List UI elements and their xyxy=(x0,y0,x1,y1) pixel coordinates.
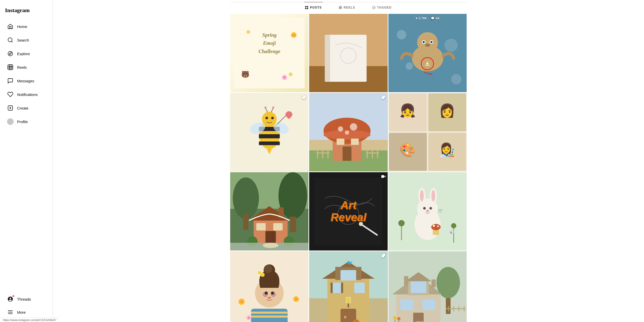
svg-point-2 xyxy=(8,51,13,56)
post-1[interactable]: Spring Emoji Challenge 🐻 🌸 🌼 ♥ 1,240💬 32 xyxy=(230,14,308,92)
sidebar-item-notifications-label: Notifications xyxy=(17,92,38,97)
sidebar-item-threads[interactable]: Threads xyxy=(2,293,51,305)
post-7[interactable]: ♥ 4,500💬 102 xyxy=(230,172,308,251)
svg-marker-3 xyxy=(9,53,11,55)
more-icon xyxy=(7,309,14,315)
sidebar-item-profile-label: Profile xyxy=(17,120,28,124)
post-6[interactable]: 👧 👩 🎨 👩‍🎨 ♥ 1,560💬 37 xyxy=(388,93,467,171)
sidebar-item-explore-label: Explore xyxy=(17,52,30,56)
sidebar-item-threads-label: Threads xyxy=(17,297,31,301)
svg-line-1 xyxy=(12,41,13,42)
post-8[interactable]: ArtReveal ♥ 6,800💬 220 xyxy=(309,172,387,251)
search-icon xyxy=(7,37,14,43)
post-12[interactable]: ♥ 2,230💬 48 xyxy=(388,251,467,322)
sidebar-item-profile[interactable]: Profile xyxy=(2,115,51,128)
post-10[interactable]: 🌼 🌼 🌸 ♥ 1,890💬 54 xyxy=(230,251,308,322)
reels-icon xyxy=(7,64,14,70)
profile-avatar xyxy=(7,118,14,125)
svg-point-0 xyxy=(8,38,12,42)
instagram-logo[interactable]: Instagram xyxy=(0,3,53,20)
home-icon xyxy=(7,23,14,30)
tab-posts[interactable]: POSTS xyxy=(304,2,323,13)
sidebar-item-home-label: Home xyxy=(17,24,27,29)
profile-tabs: POSTS REELS TAGGED xyxy=(230,2,467,13)
post-5[interactable]: ♥ 2,100💬 45 xyxy=(309,93,387,171)
tab-posts-label: POSTS xyxy=(310,6,322,9)
create-icon xyxy=(7,105,14,111)
sidebar-item-messages-label: Messages xyxy=(17,79,34,83)
sidebar-item-messages[interactable]: Messages xyxy=(2,75,51,87)
threads-notification-badge xyxy=(12,295,15,297)
sidebar-item-search-label: Search xyxy=(17,38,29,42)
posts-grid: Spring Emoji Challenge 🐻 🌸 🌼 ♥ 1,240💬 32 xyxy=(230,14,467,322)
tab-tagged[interactable]: TAGGED xyxy=(371,2,393,13)
post-2[interactable]: ♥ 890💬 15 xyxy=(309,14,387,92)
sidebar-item-create-label: Create xyxy=(17,106,28,110)
tab-reels-label: REELS xyxy=(344,6,355,9)
post-4[interactable]: ♥ 3,200💬 88 xyxy=(230,93,308,171)
sidebar: Instagram Home Search Explore Reels Mess… xyxy=(0,0,53,322)
sidebar-item-more-label: More xyxy=(17,310,26,314)
notifications-icon xyxy=(7,91,14,98)
sidebar-item-notifications[interactable]: Notifications xyxy=(2,88,51,101)
svg-rect-15 xyxy=(339,6,342,9)
post-9[interactable]: ♡ ♥ 2,980💬 71 xyxy=(388,172,467,251)
svg-rect-20 xyxy=(373,6,375,9)
sidebar-item-explore[interactable]: Explore xyxy=(2,47,51,60)
sidebar-item-more[interactable]: More xyxy=(2,306,51,318)
sidebar-item-search[interactable]: Search xyxy=(2,34,51,46)
post-3[interactable]: ♥ 2,786 💬 64 ♥ 2,786💬 64 xyxy=(388,14,467,92)
messages-icon xyxy=(7,78,14,84)
tab-tagged-label: TAGGED xyxy=(377,6,392,9)
threads-icon xyxy=(7,296,14,302)
sidebar-item-reels-label: Reels xyxy=(17,65,27,69)
svg-rect-12 xyxy=(307,6,308,7)
main-content: POSTS REELS TAGGED Spring Emoji Challeng… xyxy=(53,0,644,322)
tab-reels[interactable]: REELS xyxy=(338,2,356,13)
statusbar: https://www.instagram.com/p/C3UVxh5tlxF/ xyxy=(0,318,59,322)
sidebar-item-create[interactable]: Create xyxy=(2,102,51,114)
svg-rect-13 xyxy=(305,8,306,9)
svg-rect-4 xyxy=(8,65,13,70)
sidebar-item-home[interactable]: Home xyxy=(2,20,51,33)
sidebar-item-reels[interactable]: Reels xyxy=(2,61,51,74)
svg-rect-11 xyxy=(305,6,306,7)
statusbar-url: https://www.instagram.com/p/C3UVxh5tlxF/ xyxy=(3,318,56,321)
post-11[interactable]: 🐦 ♥ 3,450💬 89 xyxy=(309,251,387,322)
svg-rect-14 xyxy=(307,8,308,9)
explore-icon xyxy=(7,50,14,57)
